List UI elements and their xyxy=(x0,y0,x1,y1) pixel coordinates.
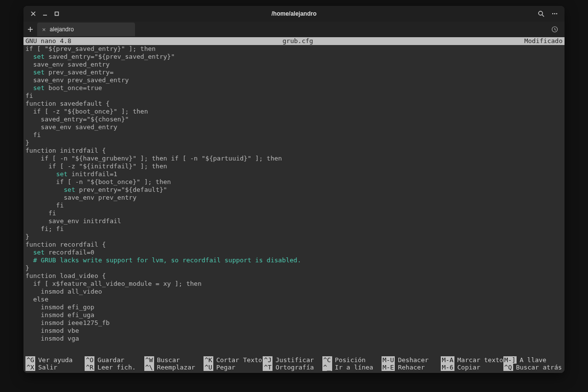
code-line: if [ "${prev_saved_entry}" ]; then xyxy=(25,45,563,53)
search-icon[interactable] xyxy=(535,8,547,20)
code-line: fi xyxy=(25,92,563,100)
shortcut-item: M-]A llave xyxy=(503,356,563,364)
code-line: set recordfail=0 xyxy=(25,249,563,256)
code-line: insmod ieee1275_fb xyxy=(25,319,563,327)
code-line: set prev_saved_entry= xyxy=(25,69,563,76)
code-line: save_env saved_entry xyxy=(25,123,563,131)
code-line: } xyxy=(25,264,563,272)
shortcut-label: Ortografía xyxy=(275,364,314,371)
shortcut-item: ^QBuscar atrás xyxy=(503,364,563,371)
code-line: if [ -n "${have_grubenv}" ]; then if [ -… xyxy=(25,155,563,162)
editor-content[interactable]: if [ "${prev_saved_entry}" ]; then set s… xyxy=(23,45,565,355)
code-line: set prev_entry="${default}" xyxy=(25,186,563,194)
shortcut-item: ^GVer ayuda xyxy=(25,356,85,364)
shortcut-label: Leer fich. xyxy=(97,364,136,371)
code-line: insmod vga xyxy=(25,335,563,343)
code-line: } xyxy=(25,139,563,147)
titlebar: /home/alejandro xyxy=(23,6,565,22)
shortcut-label: Cortar Texto xyxy=(216,356,262,364)
shortcut-item: ^KCortar Texto xyxy=(204,356,263,364)
shortcut-key: ^G xyxy=(25,356,35,364)
shortcut-key: M-A xyxy=(441,356,454,364)
shortcut-item: ^CPosición xyxy=(322,356,382,364)
svg-point-2 xyxy=(552,13,553,14)
window-title: /home/alejandro xyxy=(23,10,565,17)
shortcut-key: M-] xyxy=(503,356,517,364)
shortcut-key: ^W xyxy=(144,356,154,364)
code-line: fi xyxy=(25,209,563,217)
shortcut-key: ^K xyxy=(204,356,213,364)
shortcut-key: ^X xyxy=(25,364,35,371)
close-window-button[interactable] xyxy=(27,8,39,20)
shortcut-label: Salir xyxy=(38,364,57,371)
code-line: fi xyxy=(25,202,563,209)
tab-label: alejandro xyxy=(50,26,74,33)
code-line: function load_video { xyxy=(25,272,563,280)
svg-point-3 xyxy=(554,13,555,14)
shortcut-key: ^\ xyxy=(144,364,154,371)
nano-shortcuts: ^GVer ayuda^OGuardar^WBuscar^KCortar Tex… xyxy=(23,355,565,373)
shortcut-item: ^WBuscar xyxy=(144,356,204,364)
shortcut-item: ^TOrtografía xyxy=(263,364,322,371)
shortcut-key: ^_ xyxy=(322,364,332,371)
shortcut-label: Copiar xyxy=(457,364,480,371)
svg-point-1 xyxy=(539,11,543,15)
shortcut-label: Guardar xyxy=(97,356,124,364)
new-tab-button[interactable] xyxy=(23,23,37,36)
code-line: save_env prev_entry xyxy=(25,194,563,202)
shortcut-label: Rehacer xyxy=(398,364,425,371)
svg-point-4 xyxy=(556,13,557,14)
code-line: save_env saved_entry xyxy=(25,61,563,69)
history-icon[interactable] xyxy=(548,23,562,36)
tabbar: × alejandro xyxy=(23,22,565,37)
shortcut-label: Reemplazar xyxy=(157,364,195,371)
shortcut-key: ^O xyxy=(85,356,94,364)
shortcut-item: M-ERehacer xyxy=(382,364,441,371)
shortcut-item: M-AMarcar texto xyxy=(441,356,503,364)
tab-active[interactable]: × alejandro xyxy=(37,23,135,36)
code-line: fi xyxy=(25,131,563,139)
code-line: fi; fi xyxy=(25,225,563,233)
code-line: if [ -z "${boot_once}" ]; then xyxy=(25,108,563,115)
maximize-window-button[interactable] xyxy=(51,8,63,20)
code-line: insmod vbe xyxy=(25,327,563,335)
code-line: else xyxy=(25,296,563,303)
code-line: insmod efi_gop xyxy=(25,303,563,311)
shortcut-item: ^UPegar xyxy=(204,364,263,371)
shortcut-label: Deshacer xyxy=(398,356,429,364)
code-line: saved_entry="${chosen}" xyxy=(25,115,563,123)
minimize-window-button[interactable] xyxy=(39,8,51,20)
shortcut-key: M-6 xyxy=(441,364,454,371)
shortcut-label: Ir a línea xyxy=(335,364,373,371)
code-line: function savedefault { xyxy=(25,100,563,108)
code-line: } xyxy=(25,233,563,241)
nano-modified-flag: Modificado xyxy=(524,37,563,45)
shortcut-item: ^XSalir xyxy=(25,364,85,371)
code-line: # GRUB lacks write support for lvm, so r… xyxy=(25,256,563,264)
shortcut-key: ^R xyxy=(85,364,94,371)
code-line: if [ -n "${boot_once}" ]; then xyxy=(25,178,563,186)
shortcut-item: ^_Ir a línea xyxy=(322,364,382,371)
shortcut-label: Posición xyxy=(335,356,366,364)
shortcut-label: Marcar texto xyxy=(457,356,503,364)
shortcut-label: Buscar atrás xyxy=(516,364,562,371)
shortcut-item: ^\Reemplazar xyxy=(144,364,204,371)
shortcut-item: M-6Copiar xyxy=(441,364,503,371)
code-line: set initrdfail=1 xyxy=(25,170,563,178)
code-line: save_env prev_saved_entry xyxy=(25,76,563,84)
shortcut-item: M-UDeshacer xyxy=(382,356,441,364)
menu-icon[interactable] xyxy=(549,8,561,20)
shortcut-label: A llave xyxy=(520,356,546,364)
nano-filename: grub.cfg xyxy=(71,37,524,45)
shortcut-key: ^T xyxy=(263,364,272,371)
nano-version: GNU nano 4.8 xyxy=(25,37,71,45)
close-tab-icon[interactable]: × xyxy=(42,26,46,33)
shortcut-key: ^U xyxy=(204,364,213,371)
shortcut-item: ^RLeer fich. xyxy=(85,364,144,371)
terminal-window: /home/alejandro × alejandro GNU nano 4.8… xyxy=(23,6,565,373)
code-line: set saved_entry="${prev_saved_entry}" xyxy=(25,53,563,61)
shortcut-key: ^Q xyxy=(503,364,513,371)
code-line: if [ x$feature_all_video_module = xy ]; … xyxy=(25,280,563,288)
shortcut-label: Ver ayuda xyxy=(38,356,72,364)
shortcut-item: ^OGuardar xyxy=(85,356,144,364)
